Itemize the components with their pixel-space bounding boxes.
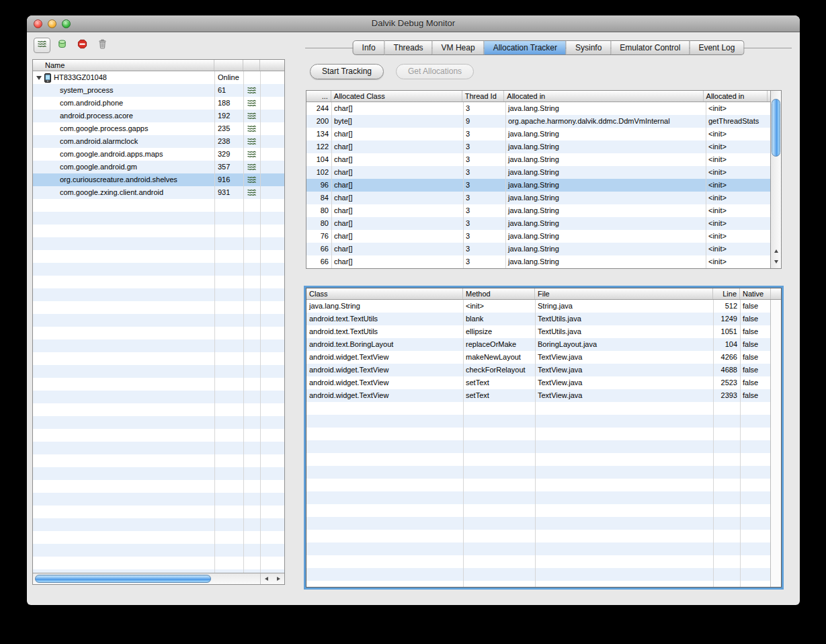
scroll-down-button[interactable] — [771, 256, 781, 267]
column-header-file[interactable]: File — [535, 288, 713, 299]
column-header-name[interactable]: Name — [33, 60, 214, 71]
minimize-button[interactable] — [48, 19, 56, 28]
titlebar[interactable]: Dalvik Debug Monitor — [27, 15, 800, 32]
start-tracking-button[interactable]: Start Tracking — [310, 64, 384, 79]
stacktrace-cell: TextUtils.java — [535, 325, 713, 338]
allocation-cell: char[] — [331, 217, 463, 230]
stacktrace-cell: TextUtils.java — [535, 313, 713, 325]
allocation-cell: char[] — [331, 102, 463, 115]
stacktrace-row[interactable]: android.widget.TextViewsetTextTextView.j… — [306, 389, 770, 402]
process-row[interactable]: android.process.acore192 — [33, 110, 284, 122]
scroll-right-button[interactable] — [273, 573, 285, 584]
allocation-row[interactable]: 104char[]3java.lang.String<init> — [306, 153, 770, 166]
column-header-method[interactable]: Method — [463, 288, 535, 299]
stacktrace-scrollbar-track[interactable] — [770, 300, 781, 587]
close-button[interactable] — [34, 19, 42, 28]
allocation-row[interactable]: 244char[]3java.lang.String<init> — [306, 102, 770, 115]
zoom-button[interactable] — [62, 19, 71, 28]
disclosure-triangle-icon[interactable] — [36, 76, 42, 80]
column-header-allocated-in[interactable]: Allocated in — [504, 91, 703, 102]
allocation-cell: <init> — [706, 140, 770, 153]
stop-process-button[interactable] — [74, 38, 91, 53]
column-header-thread-id[interactable]: Thread Id — [462, 91, 505, 102]
allocation-cell: <init> — [706, 153, 770, 166]
stacktrace-row[interactable]: android.text.BoringLayoutreplaceOrMakeBo… — [306, 338, 770, 351]
allocation-cell: <init> — [706, 204, 770, 217]
allocation-cell: java.lang.String — [505, 255, 706, 268]
process-debug-cell — [243, 84, 260, 97]
stacktrace-cell: android.widget.TextView — [306, 376, 463, 389]
stacktrace-row[interactable]: java.lang.String<init>String.java512fals… — [306, 300, 770, 313]
stacktrace-row[interactable]: android.text.TextUtilsellipsizeTextUtils… — [306, 325, 770, 338]
scroll-up-button[interactable] — [771, 245, 781, 256]
allocation-cell: char[] — [331, 166, 463, 179]
stacktrace-cell: false — [740, 376, 770, 389]
tab-emulator-control[interactable]: Emulator Control — [611, 40, 690, 55]
tab-sysinfo[interactable]: Sysinfo — [567, 40, 611, 55]
allocation-row[interactable]: 134char[]3java.lang.String<init> — [306, 128, 770, 140]
allocation-cell: 84 — [306, 192, 331, 204]
column-header-blank[interactable] — [214, 60, 243, 71]
column-header-blank[interactable] — [243, 60, 260, 71]
vertical-scrollbar-thumb[interactable] — [772, 99, 780, 157]
allocation-row[interactable]: 84char[]3java.lang.String<init> — [306, 192, 770, 204]
horizontal-scrollbar[interactable] — [33, 573, 284, 584]
allocation-row[interactable]: 66char[]3java.lang.String<init> — [306, 243, 770, 255]
update-heap-button[interactable] — [54, 38, 71, 53]
tab-allocation-tracker[interactable]: Allocation Tracker — [485, 40, 567, 55]
scroll-down-icon — [774, 260, 778, 264]
process-row[interactable]: com.android.alarmclock238 — [33, 135, 284, 148]
tab-info[interactable]: Info — [353, 40, 385, 55]
tab-threads[interactable]: Threads — [385, 40, 433, 55]
allocation-row[interactable]: 102char[]3java.lang.String<init> — [306, 166, 770, 179]
tab-event-log[interactable]: Event Log — [690, 40, 744, 55]
process-name: com.google.process.gapps — [33, 122, 214, 135]
column-header-line[interactable]: Line — [713, 288, 740, 299]
stacktrace-row[interactable]: android.text.TextUtilsblankTextUtils.jav… — [306, 313, 770, 325]
scroll-left-button[interactable] — [261, 573, 273, 584]
allocation-cell: char[] — [331, 204, 463, 217]
allocation-row[interactable]: 76char[]3java.lang.String<init> — [306, 230, 770, 243]
allocation-row[interactable]: 80char[]3java.lang.String<init> — [306, 204, 770, 217]
garbage-collect-button[interactable] — [94, 38, 111, 53]
allocation-cell: getThreadStats — [706, 115, 770, 128]
process-pid: 192 — [214, 110, 243, 122]
process-row[interactable]: system_process61 — [33, 84, 284, 97]
process-row[interactable]: com.google.zxing.client.android931 — [33, 186, 284, 199]
stacktrace-row[interactable]: android.widget.TextViewmakeNewLayoutText… — [306, 351, 770, 364]
process-row[interactable]: com.google.android.gm357 — [33, 161, 284, 173]
process-row[interactable]: com.google.process.gapps235 — [33, 122, 284, 135]
stacktrace-cell: makeNewLayout — [463, 351, 535, 364]
allocation-cell: 3 — [463, 102, 505, 115]
column-header-class[interactable]: Class — [306, 288, 463, 299]
stop-icon — [77, 39, 87, 52]
process-row[interactable]: org.curiouscreature.android.shelves916 — [33, 173, 284, 186]
horizontal-scrollbar-thumb[interactable] — [35, 575, 211, 583]
stacktrace-cell: String.java — [535, 300, 713, 313]
get-allocations-button[interactable]: Get Allocations — [396, 64, 474, 79]
process-pid: 329 — [214, 148, 243, 161]
column-header-allocated-class[interactable]: Allocated Class — [331, 91, 462, 102]
column-header-blank[interactable]: ... — [306, 91, 331, 102]
device-row[interactable]: HT833GZ01048Online — [33, 71, 284, 84]
allocation-cell: 3 — [463, 217, 505, 230]
process-row[interactable]: com.google.android.apps.maps329 — [33, 148, 284, 161]
process-row[interactable]: com.android.phone188 — [33, 97, 284, 110]
allocation-row[interactable]: 200byte[]9org.apache.harmony.dalvik.ddmc… — [306, 115, 770, 128]
allocation-row[interactable]: 96char[]3java.lang.String<init> — [306, 179, 770, 192]
allocation-row[interactable]: 80char[]3java.lang.String<init> — [306, 217, 770, 230]
allocation-cell: char[] — [331, 179, 463, 192]
scroll-right-icon — [277, 577, 280, 581]
column-header-native[interactable]: Native — [740, 288, 771, 299]
column-header-allocated-in[interactable]: Allocated in — [704, 91, 768, 102]
allocation-row[interactable]: 122char[]3java.lang.String<init> — [306, 140, 770, 153]
stacktrace-cell: replaceOrMake — [463, 338, 535, 351]
stacktrace-row[interactable]: android.widget.TextViewcheckForRelayoutT… — [306, 364, 770, 376]
vertical-scrollbar[interactable] — [770, 91, 781, 268]
stacktrace-cell: setText — [463, 389, 535, 402]
stacktrace-row[interactable]: android.widget.TextViewsetTextTextView.j… — [306, 376, 770, 389]
stacktrace-cell: android.widget.TextView — [306, 389, 463, 402]
tab-vm-heap[interactable]: VM Heap — [433, 40, 485, 55]
allocation-row[interactable]: 66char[]3java.lang.String<init> — [306, 255, 770, 268]
show-thread-updates-button[interactable] — [34, 38, 50, 53]
